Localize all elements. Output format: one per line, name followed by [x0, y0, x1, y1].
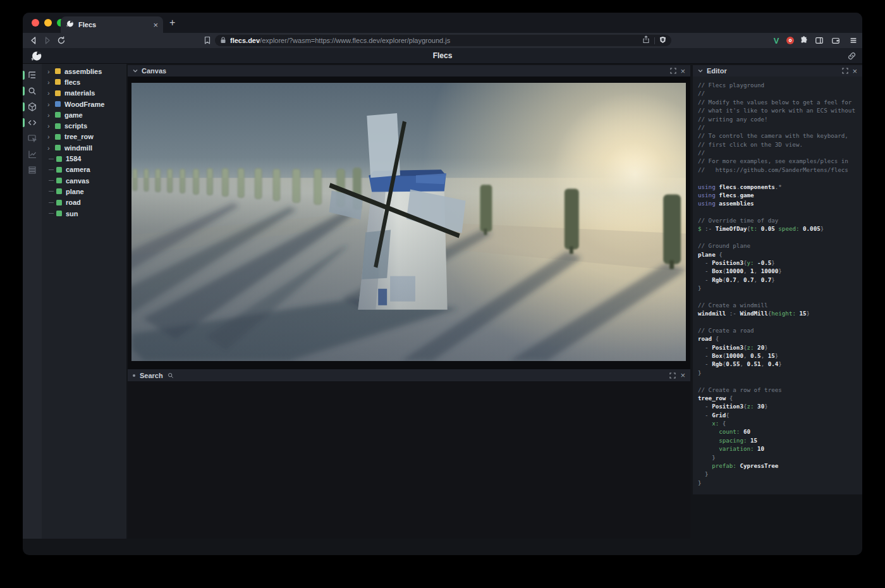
tree-item-flecs[interactable]: ›flecs: [42, 77, 126, 87]
chevron-right-icon[interactable]: ›: [47, 78, 55, 86]
chevron-right-icon[interactable]: ›: [47, 68, 55, 75]
url-bar[interactable]: flecs.dev/explorer/?wasm=https://www.fle…: [215, 35, 671, 46]
close-panel-icon[interactable]: ×: [680, 67, 685, 75]
wallet-icon[interactable]: [831, 35, 841, 46]
page-title: Flecs: [23, 51, 862, 60]
tab-title: Flecs: [78, 21, 149, 28]
forward-icon[interactable]: [42, 35, 52, 46]
rail-hierarchy-icon[interactable]: [23, 68, 42, 83]
chevron-right-icon[interactable]: ›: [47, 89, 55, 97]
chevron-right-icon[interactable]: ›: [47, 101, 55, 108]
tree-item-game[interactable]: ›game: [42, 109, 126, 120]
entity-color-swatch: [55, 134, 61, 140]
menu-icon[interactable]: [848, 35, 858, 46]
link-icon[interactable]: [847, 51, 857, 63]
icon-rail: [23, 64, 42, 539]
fullscreen-icon[interactable]: [670, 68, 676, 74]
tree-item-label: road: [66, 199, 81, 206]
tree-item-materials[interactable]: ›materials: [42, 88, 126, 99]
tree-item-label: game: [64, 111, 83, 119]
browser-tab[interactable]: Flecs ×: [61, 16, 163, 33]
browser-toolbar: flecs.dev/explorer/?wasm=https://www.fle…: [23, 33, 862, 48]
3d-scene: [131, 83, 686, 361]
fullscreen-icon[interactable]: [842, 68, 848, 74]
entity-tree: ›assemblies›flecs›materials›WoodFrame›ga…: [42, 64, 126, 539]
entity-color-swatch: [56, 167, 62, 173]
rail-rows-icon[interactable]: [23, 162, 42, 178]
tree-item-label: tree_row: [64, 133, 94, 140]
tab-favicon-flecs-logo-icon: [66, 19, 74, 30]
browser-window: Flecs × + flecs.dev/explorer/?wasm=https…: [23, 13, 862, 555]
tree-item-label: flecs: [64, 78, 80, 86]
leaf-dash-icon: [49, 213, 54, 214]
chevron-right-icon[interactable]: ›: [47, 122, 55, 130]
close-window-button[interactable]: [32, 19, 39, 27]
chevron-right-icon[interactable]: ›: [47, 111, 55, 119]
new-tab-button[interactable]: +: [169, 18, 175, 28]
tree-item-1584[interactable]: 1584: [42, 153, 126, 164]
close-panel-icon[interactable]: ×: [680, 371, 685, 379]
bookmark-icon[interactable]: [202, 35, 212, 46]
red-extension-icon[interactable]: [785, 35, 795, 46]
back-icon[interactable]: [28, 35, 39, 46]
chevron-down-icon[interactable]: [133, 68, 138, 73]
url-text: flecs.dev/explorer/?wasm=https://www.fle…: [230, 37, 638, 44]
lock-icon: [220, 35, 226, 46]
sidebar-icon[interactable]: [814, 35, 824, 46]
tree-item-label: windmill: [64, 144, 92, 152]
bullet-icon: [133, 374, 135, 377]
tree-item-sun[interactable]: sun: [42, 208, 126, 219]
tree-item-scripts[interactable]: ›scripts: [42, 120, 126, 131]
entity-color-swatch: [55, 123, 61, 129]
tree-item-label: WoodFrame: [64, 101, 104, 108]
editor-panel-title: Editor: [707, 67, 727, 75]
search-results-area[interactable]: [128, 381, 690, 539]
chevron-right-icon[interactable]: ›: [47, 144, 55, 152]
tree-item-camera[interactable]: camera: [42, 164, 126, 175]
minimize-window-button[interactable]: [44, 19, 52, 27]
rail-cube-icon[interactable]: [23, 99, 42, 114]
tree-item-label: 1584: [66, 155, 81, 162]
tree-item-label: camera: [66, 166, 90, 173]
entity-color-swatch: [55, 90, 61, 96]
rail-code-icon[interactable]: [23, 115, 42, 130]
canvas-panel-title: Canvas: [142, 67, 166, 75]
share-icon[interactable]: [642, 35, 650, 46]
fullscreen-icon[interactable]: [669, 372, 676, 379]
reload-icon[interactable]: [56, 35, 66, 46]
rail-window-pointer-icon[interactable]: [23, 131, 42, 146]
explorer-content: ›assemblies›flecs›materials›WoodFrame›ga…: [23, 64, 862, 539]
tree-item-tree_row[interactable]: ›tree_row: [42, 132, 126, 142]
tree-item-plane[interactable]: plane: [42, 186, 126, 197]
search-panel-title: Search: [140, 372, 163, 379]
vue-devtools-icon[interactable]: V: [771, 35, 781, 46]
divider: [654, 37, 655, 44]
brave-shield-icon[interactable]: [659, 35, 666, 46]
rail-chart-icon[interactable]: [23, 147, 42, 162]
tree-item-label: plane: [66, 188, 84, 195]
entity-color-swatch: [55, 68, 61, 74]
editor-panel-header: Editor ×: [693, 65, 862, 77]
entity-color-swatch: [55, 101, 61, 107]
canvas-3d-view[interactable]: [128, 77, 690, 369]
tree-item-road[interactable]: road: [42, 197, 126, 208]
tab-close-icon[interactable]: ×: [153, 21, 158, 29]
tree-item-label: canvas: [66, 177, 89, 185]
rail-search-icon[interactable]: [23, 83, 42, 99]
entity-color-swatch: [55, 79, 61, 85]
chevron-down-icon[interactable]: [698, 68, 703, 73]
close-panel-icon[interactable]: ×: [852, 67, 857, 75]
canvas-panel-header: Canvas ×: [128, 65, 690, 77]
tree-item-label: materials: [64, 89, 95, 97]
search-panel-header[interactable]: Search ×: [128, 369, 690, 381]
extensions-puzzle-icon[interactable]: [799, 35, 809, 46]
tree-item-assemblies[interactable]: ›assemblies: [42, 66, 126, 77]
leaf-dash-icon: [49, 159, 54, 159]
tree-item-WoodFrame[interactable]: ›WoodFrame: [42, 99, 126, 109]
leaf-dash-icon: [49, 180, 54, 181]
editor-code[interactable]: // Flecs playground//// Modify the value…: [693, 77, 862, 494]
tree-item-windmill[interactable]: ›windmill: [42, 142, 126, 153]
tree-item-canvas[interactable]: canvas: [42, 175, 126, 186]
chevron-right-icon[interactable]: ›: [47, 133, 55, 140]
search-icon: [168, 372, 174, 379]
